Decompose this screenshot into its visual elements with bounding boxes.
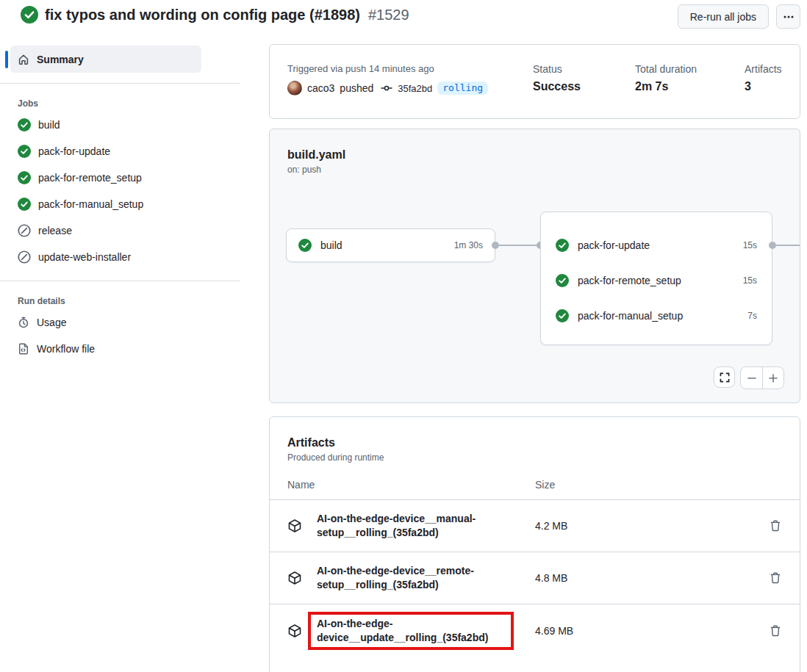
success-check-icon [556, 309, 569, 322]
run-details-heading: Run details [18, 296, 269, 306]
success-check-icon [556, 274, 569, 287]
artifact-name[interactable]: AI-on-the-edge-device__manual-setup__rol… [317, 512, 523, 540]
success-check-icon [298, 239, 312, 252]
run-detail-label: Workflow file [37, 343, 95, 355]
fit-to-window-icon [719, 372, 731, 383]
artifacts-title: Artifacts [270, 417, 800, 449]
sidebar-divider [0, 281, 240, 281]
delete-artifact-button[interactable] [770, 572, 781, 584]
sidebar-item-usage[interactable]: Usage [18, 309, 269, 336]
kebab-icon [783, 11, 795, 23]
run-detail-label: Usage [37, 317, 66, 328]
avatar[interactable] [287, 81, 302, 95]
run-header: fix typos and wording on config page (#1… [0, 0, 807, 35]
package-icon [287, 519, 302, 533]
delete-artifact-button[interactable] [770, 625, 781, 637]
workflow-graph-card: build.yaml on: push build 1m 30s pack-fo… [269, 129, 800, 403]
graph-node-pack-for-update[interactable]: pack-for-update 15s [541, 228, 772, 263]
job-label: update-web-installer [38, 251, 131, 263]
trash-icon [770, 520, 781, 532]
sidebar: Summary Jobs build pack-for-update pack-… [0, 44, 269, 672]
graph-node-build[interactable]: build 1m 30s [286, 228, 495, 262]
trash-icon [770, 572, 781, 584]
sidebar-job-update-web-installer[interactable]: update-web-installer [18, 244, 269, 270]
graph-edge [495, 245, 540, 246]
commit-sha[interactable]: 35fa2bd [398, 83, 432, 94]
sidebar-item-summary[interactable]: Summary [0, 46, 240, 73]
graph-node-pack-for-manual-setup[interactable]: pack-for-manual_setup 7s [541, 298, 772, 333]
sidebar-job-pack-for-update[interactable]: pack-for-update [18, 138, 269, 165]
success-check-icon [18, 118, 31, 131]
graph-node-pack-for-remote-setup[interactable]: pack-for-remote_setup 15s [541, 263, 772, 298]
graph-edge [772, 245, 800, 246]
sidebar-job-build[interactable]: build [18, 112, 269, 138]
trigger-text: Triggered via push 14 minutes ago [287, 63, 533, 74]
skipped-icon [18, 224, 31, 237]
sidebar-summary-label: Summary [37, 54, 84, 65]
status-value: Success [533, 80, 635, 93]
duration-value: 2m 7s [635, 80, 745, 93]
sidebar-item-workflow-file[interactable]: Workflow file [18, 336, 269, 362]
graph-job-label: pack-for-manual_setup [578, 310, 683, 322]
artifact-name[interactable]: AI-on-the-edge-device__remote-setup__rol… [317, 564, 523, 592]
sidebar-job-pack-for-manual-setup[interactable]: pack-for-manual_setup [18, 191, 269, 217]
column-header-size: Size [535, 479, 555, 491]
job-label: pack-for-remote_setup [38, 172, 142, 184]
artifacts-count-label: Artifacts [745, 63, 782, 75]
kebab-menu-button[interactable] [776, 4, 800, 29]
success-check-icon [21, 6, 38, 24]
delete-artifact-button[interactable] [770, 520, 781, 532]
fit-to-window-button[interactable] [714, 366, 735, 388]
package-icon [287, 571, 302, 585]
jobs-heading: Jobs [18, 98, 269, 109]
graph-edge-dot [769, 242, 776, 249]
actor-name[interactable]: caco3 [307, 82, 334, 94]
artifacts-count-value: 3 [745, 80, 782, 93]
artifact-row: AI-on-the-edge-device__manual-setup__rol… [270, 500, 800, 552]
graph-job-duration: 15s [743, 240, 757, 250]
plus-icon [767, 372, 779, 384]
sidebar-job-pack-for-remote-setup[interactable]: pack-for-remote_setup [18, 165, 269, 191]
success-check-icon [18, 198, 31, 211]
run-number: #1529 [368, 7, 409, 24]
artifact-size: 4.69 MB [535, 625, 682, 637]
artifacts-table-header: Name Size [270, 463, 800, 500]
page-title: fix typos and wording on config page (#1… [45, 7, 360, 24]
branch-badge[interactable]: rolling [437, 82, 488, 95]
job-label: build [38, 119, 60, 131]
success-check-icon [18, 171, 31, 184]
package-icon [287, 624, 302, 638]
artifact-row: AI-on-the-edge-device__update__rolling_(… [270, 604, 800, 657]
action-text: pushed [340, 82, 373, 94]
artifacts-subtitle: Produced during runtime [270, 449, 800, 463]
job-label: pack-for-update [38, 145, 110, 157]
zoom-in-button[interactable] [762, 367, 783, 389]
home-icon [18, 54, 29, 65]
minus-icon [746, 372, 758, 384]
graph-job-duration: 7s [747, 311, 757, 321]
zoom-out-button[interactable] [741, 367, 762, 389]
duration-label: Total duration [635, 63, 745, 75]
sidebar-job-release[interactable]: release [18, 217, 269, 244]
artifacts-card: Artifacts Produced during runtime Name S… [269, 416, 800, 672]
graph-job-label: pack-for-remote_setup [578, 275, 681, 286]
workflow-file-name: build.yaml [270, 129, 800, 162]
artifact-size: 4.2 MB [535, 520, 682, 532]
success-check-icon [18, 145, 31, 158]
git-commit-icon [381, 82, 392, 94]
skipped-icon [18, 250, 31, 264]
rerun-all-jobs-button[interactable]: Re-run all jobs [678, 4, 769, 29]
status-label: Status [533, 63, 635, 75]
workflow-trigger: on: push [270, 162, 800, 175]
graph-job-duration: 15s [743, 275, 757, 286]
artifact-size: 4.8 MB [535, 572, 682, 584]
column-header-name: Name [287, 479, 535, 491]
graph-job-group: pack-for-update 15s pack-for-remote_setu… [540, 212, 772, 345]
graph-job-label: build [320, 239, 342, 251]
active-indicator-bar [5, 51, 8, 68]
graph-edge-dot [492, 242, 499, 249]
trash-icon [770, 625, 781, 637]
artifact-name-highlighted[interactable]: AI-on-the-edge-device__update__rolling_(… [308, 612, 514, 650]
success-check-icon [556, 239, 569, 252]
graph-job-duration: 1m 30s [454, 240, 483, 250]
